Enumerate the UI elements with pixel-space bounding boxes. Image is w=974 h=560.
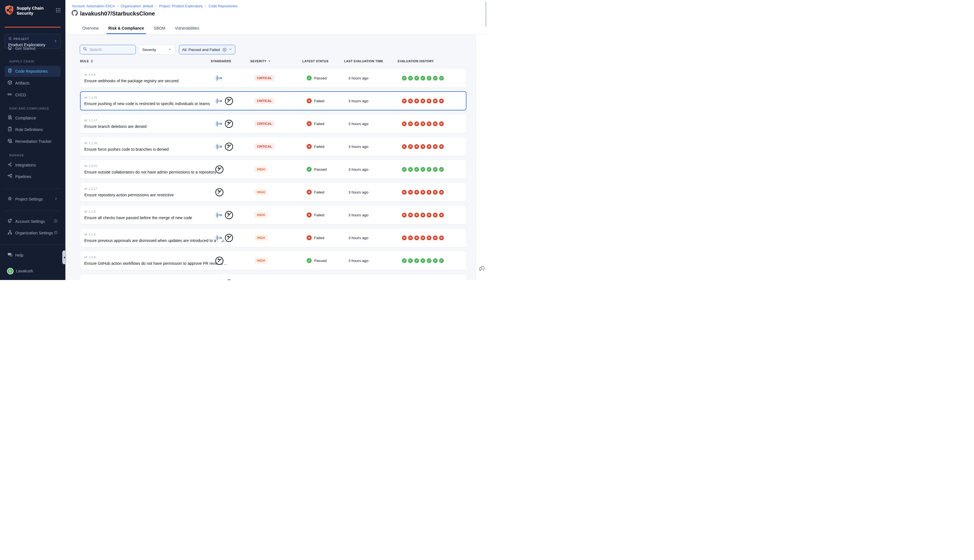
user-name: Lavakush <box>16 269 33 273</box>
rule-id: Id: 1.2.17 <box>84 187 97 190</box>
tab-overview[interactable]: Overview <box>82 26 100 34</box>
sidebar-item-compliance[interactable]: Compliance <box>5 112 61 124</box>
tab-vulnerabilities[interactable]: Vulnerabilities <box>174 26 200 34</box>
table-row[interactable]: Id: 1.1.5 CIS HIGH Failed 3 hours ago <box>80 274 467 280</box>
rule-name: Ensure branch deletions are denied <box>84 124 147 129</box>
app-grid-icon[interactable] <box>56 8 61 14</box>
sidebar-item-remediation-tracker[interactable]: Remediation Tracker <box>5 136 61 147</box>
table-row[interactable]: Id: 1.2.9 Ensure GitHub action workflows… <box>80 251 467 270</box>
failed-icon <box>414 144 419 149</box>
sidebar-item-rule-definitions[interactable]: Rule Definitions <box>5 124 61 135</box>
sidebar-item-cicd[interactable]: CI/CD <box>5 89 61 100</box>
clipboard-check-icon <box>7 126 13 133</box>
breadcrumb-separator: › <box>205 4 206 8</box>
sidebar-item-account-settings[interactable]: Account Settings <box>5 216 61 227</box>
failed-icon <box>420 190 425 195</box>
table-row[interactable]: Id: 1.1.15 Ensure pushing of new code is… <box>80 91 467 110</box>
rule-cell: Id: 1.1.4 Ensure previous approvals are … <box>84 233 210 243</box>
evaluation-history <box>394 190 462 195</box>
filter-caret-icon[interactable] <box>268 60 270 62</box>
table-row[interactable]: Id: 1.1.17 Ensure branch deletions are d… <box>80 114 467 133</box>
divider <box>5 211 61 211</box>
table-row[interactable]: Id: 1.1.9 Ensure all checks have passed … <box>80 205 467 225</box>
breadcrumb-code-repositories[interactable]: Code Repositories <box>208 4 238 8</box>
severity-badge: CRITICAL <box>255 120 275 127</box>
passed-icon <box>420 167 425 172</box>
severity-cell: CRITICAL <box>247 98 299 104</box>
table-row[interactable]: Id: 1.2.21 Ensure outside collaborators … <box>80 160 467 179</box>
evaluation-time: 3 hours ago <box>340 99 394 103</box>
clear-filter-icon[interactable] <box>222 47 227 52</box>
sidebar-item-organization-settings[interactable]: Organization Settings <box>5 227 61 238</box>
passed-icon <box>439 167 444 172</box>
status-label: Failed <box>314 236 324 240</box>
avatar: L <box>7 268 13 274</box>
table-row[interactable]: Id: 1.1.4 Ensure previous approvals are … <box>80 228 467 247</box>
support-chat-icon[interactable] <box>478 264 485 273</box>
tab-risk-compliance[interactable]: Risk & Compliance <box>107 26 145 34</box>
passed-icon <box>307 75 312 80</box>
breadcrumb-account[interactable]: Account: Automation-SSCA <box>72 4 115 8</box>
cis-badge-icon: CIS <box>215 142 224 151</box>
failed-icon <box>420 144 425 149</box>
user-menu[interactable]: L Lavakush <box>5 265 61 277</box>
status-cell: Failed <box>299 235 340 240</box>
home-icon <box>7 45 13 52</box>
breadcrumb-separator: › <box>117 4 118 8</box>
table-row[interactable]: Id: 1.1.16 Ensure force pushes code to b… <box>80 137 467 156</box>
svg-text:CIS: CIS <box>218 214 222 217</box>
breadcrumb-organization[interactable]: Organization: default <box>121 4 153 8</box>
table-row[interactable]: Id: 4.3.4 Ensure webhooks of the package… <box>80 68 467 88</box>
evaluation-time: 3 hours ago <box>340 236 394 240</box>
info-icon[interactable] <box>53 219 58 224</box>
status-filter-dropdown[interactable]: All: Passed and Failed <box>179 45 235 54</box>
standards-cell: CIS <box>210 211 247 220</box>
standards-cell <box>210 165 247 174</box>
failed-icon <box>420 122 425 126</box>
standards-cell: CIS <box>210 233 247 242</box>
infinity-icon <box>7 92 13 98</box>
sidebar-item-get-started[interactable]: Get Started <box>5 43 61 54</box>
severity-cell: CRITICAL <box>247 120 299 127</box>
cis-badge-icon: CIS <box>215 211 224 220</box>
sidebar-item-integrations[interactable]: Integrations <box>5 160 61 171</box>
failed-icon <box>414 98 419 103</box>
status-label: Failed <box>314 190 324 194</box>
failed-icon <box>433 144 438 149</box>
owasp-badge-icon <box>215 256 224 265</box>
failed-icon <box>427 213 432 217</box>
severity-badge: CRITICAL <box>255 143 275 150</box>
tab-sbom[interactable]: SBOM <box>153 26 166 34</box>
table-row[interactable]: Id: 1.2.17 Ensure repository action perm… <box>80 183 467 202</box>
failed-icon <box>307 190 312 195</box>
evaluation-time: 3 hours ago <box>340 76 394 80</box>
rule-cell: Id: 1.1.9 Ensure all checks have passed … <box>84 210 210 220</box>
failed-icon <box>420 98 425 103</box>
section-label-manage: MANAGE <box>9 153 24 157</box>
severity-cell: HIGH <box>247 235 299 241</box>
sidebar-collapse-handle[interactable] <box>62 250 66 264</box>
search-input[interactable] <box>89 47 133 52</box>
passed-icon <box>427 167 432 172</box>
cis-badge-icon: CIS <box>215 74 224 83</box>
sort-icon[interactable] <box>91 60 93 63</box>
sidebar-item-help[interactable]: ? Help <box>5 250 61 261</box>
sidebar-item-artifacts[interactable]: Artifacts <box>5 77 61 89</box>
sidebar-item-project-settings[interactable]: Project Settings <box>5 193 61 205</box>
chevron-down-icon <box>168 47 172 52</box>
sidebar-item-pipelines[interactable]: Pipelines <box>5 171 61 182</box>
box-wrench-icon <box>7 138 13 145</box>
status-cell: Failed <box>299 212 340 217</box>
severity-filter-dropdown[interactable]: Severity <box>138 45 175 54</box>
search-field[interactable] <box>80 45 136 54</box>
project-label: PROJECT <box>13 37 29 40</box>
info-icon[interactable] <box>53 230 58 236</box>
failed-icon <box>433 122 438 126</box>
breadcrumb-project[interactable]: Project: Product Exploratory <box>159 4 203 8</box>
scrollbar-thumb[interactable] <box>485 2 487 27</box>
failed-icon <box>427 122 432 126</box>
rule-id: Id: 1.1.15 <box>84 96 97 99</box>
failed-icon <box>433 98 438 103</box>
sidebar-item-code-repositories[interactable]: Code Repositories <box>5 66 61 77</box>
passed-icon <box>408 76 413 80</box>
